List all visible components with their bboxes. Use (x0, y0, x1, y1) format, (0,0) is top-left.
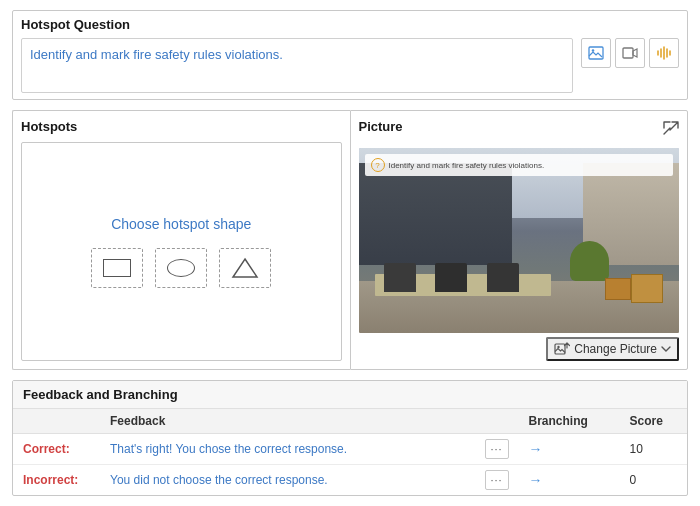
hotspot-shape-area: Choose hotspot shape (21, 142, 342, 361)
picture-overlay-banner: ? Identify and mark fire safety rules vi… (365, 154, 674, 176)
svg-rect-2 (623, 48, 633, 58)
incorrect-actions-cell: ··· (471, 465, 519, 496)
incorrect-label-text: Incorrect: (23, 473, 78, 487)
rectangle-shape-button[interactable] (91, 248, 143, 288)
svg-rect-0 (589, 47, 603, 59)
image-icon-button[interactable] (581, 38, 611, 68)
choose-shape-text: Choose hotspot shape (111, 216, 251, 232)
question-text[interactable]: Identify and mark fire safety rules viol… (21, 38, 573, 93)
svg-marker-3 (233, 259, 257, 277)
hotspots-panel-title: Hotspots (21, 119, 342, 134)
correct-more-button[interactable]: ··· (485, 439, 509, 459)
rectangle-shape-icon (103, 259, 131, 277)
picture-panel-header: Picture (359, 119, 680, 142)
question-body: Identify and mark fire safety rules viol… (21, 38, 679, 93)
shape-options (91, 248, 271, 288)
correct-score-value: 10 (630, 442, 643, 456)
correct-feedback-text: That's right! You chose the correct resp… (110, 442, 347, 456)
correct-branching-cell: → (519, 434, 620, 465)
change-picture-icon (554, 342, 570, 356)
th-actions-empty (471, 409, 519, 434)
picture-panel: Picture (350, 110, 689, 370)
incorrect-branching-arrow[interactable]: → (529, 472, 543, 488)
expand-icon[interactable] (663, 121, 679, 140)
svg-point-5 (558, 346, 560, 348)
correct-actions-cell: ··· (471, 434, 519, 465)
question-section: Hotspot Question Identify and mark fire … (12, 10, 688, 100)
main-container: Hotspot Question Identify and mark fire … (0, 0, 700, 506)
incorrect-feedback-cell: You did not choose the correct response. (100, 465, 471, 496)
incorrect-label: Incorrect: (13, 465, 100, 496)
polygon-shape-button[interactable] (219, 248, 271, 288)
hotspots-panel: Hotspots Choose hotspot shape (12, 110, 350, 370)
correct-label-text: Correct: (23, 442, 70, 456)
audio-icon-button[interactable] (649, 38, 679, 68)
overlay-text: Identify and mark fire safety rules viol… (389, 161, 545, 170)
table-row: Incorrect: You did not choose the correc… (13, 465, 687, 496)
change-picture-chevron-icon (661, 345, 671, 353)
correct-label: Correct: (13, 434, 100, 465)
picture-preview: ? Identify and mark fire safety rules vi… (359, 148, 680, 333)
picture-panel-title: Picture (359, 119, 403, 134)
feedback-section-title: Feedback and Branching (13, 381, 687, 409)
video-icon-button[interactable] (615, 38, 645, 68)
polygon-shape-icon (231, 257, 259, 279)
svg-rect-4 (555, 344, 565, 354)
question-icon-toolbar (581, 38, 679, 68)
th-empty (13, 409, 100, 434)
feedback-table: Feedback Branching Score Correct: That's… (13, 409, 687, 495)
incorrect-branching-cell: → (519, 465, 620, 496)
th-branching: Branching (519, 409, 620, 434)
th-feedback: Feedback (100, 409, 471, 434)
question-section-title: Hotspot Question (21, 17, 679, 32)
correct-feedback-cell: That's right! You chose the correct resp… (100, 434, 471, 465)
overlay-info-icon: ? (371, 158, 385, 172)
correct-branching-arrow[interactable]: → (529, 441, 543, 457)
change-picture-row: Change Picture (359, 337, 680, 361)
feedback-table-header-row: Feedback Branching Score (13, 409, 687, 434)
table-row: Correct: That's right! You chose the cor… (13, 434, 687, 465)
change-picture-button[interactable]: Change Picture (546, 337, 679, 361)
incorrect-score-value: 0 (630, 473, 637, 487)
incorrect-feedback-text: You did not choose the correct response. (110, 473, 328, 487)
incorrect-score-cell: 0 (620, 465, 687, 496)
oval-shape-button[interactable] (155, 248, 207, 288)
mock-image: ? Identify and mark fire safety rules vi… (359, 148, 680, 333)
feedback-section: Feedback and Branching Feedback Branchin… (12, 380, 688, 496)
incorrect-more-button[interactable]: ··· (485, 470, 509, 490)
correct-score-cell: 10 (620, 434, 687, 465)
middle-row: Hotspots Choose hotspot shape (12, 110, 688, 370)
th-score: Score (620, 409, 687, 434)
change-picture-label: Change Picture (574, 342, 657, 356)
oval-shape-icon (167, 259, 195, 277)
